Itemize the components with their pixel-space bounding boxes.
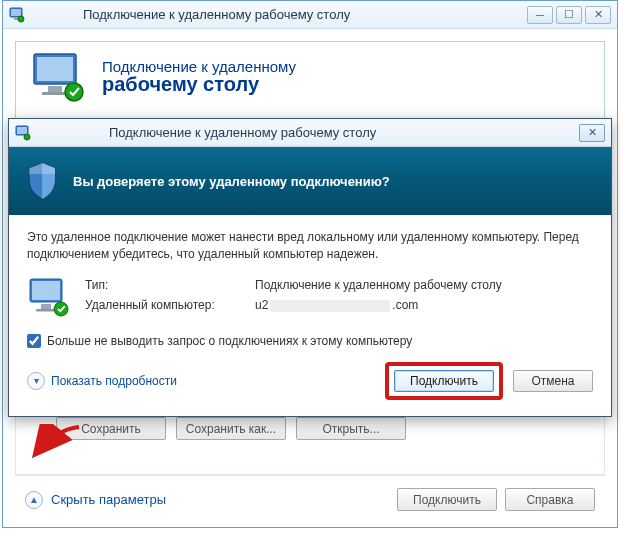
rdp-icon	[9, 7, 25, 23]
type-label: Тип:	[85, 278, 255, 292]
svg-rect-15	[36, 309, 56, 312]
settings-lower-panel: Сохранить Сохранить как... Открыть...	[15, 409, 605, 475]
close-button[interactable]: ✕	[585, 6, 611, 24]
svg-rect-13	[32, 281, 60, 300]
save-button[interactable]: Сохранить	[56, 417, 166, 440]
show-details-link[interactable]: ▾ Показать подробности	[27, 372, 177, 390]
svg-rect-14	[41, 304, 51, 309]
chevron-down-icon: ▾	[27, 372, 45, 390]
dont-ask-checkbox[interactable]	[27, 334, 41, 348]
dialog-title: Подключение к удаленному рабочему столу	[39, 125, 571, 140]
svg-point-8	[65, 83, 83, 101]
svg-point-16	[54, 302, 68, 316]
window-title: Подключение к удаленному рабочему столу	[33, 7, 519, 22]
rdp-logo-icon	[30, 52, 86, 102]
dialog-question: Вы доверяете этому удаленному подключени…	[73, 174, 390, 189]
svg-rect-6	[48, 86, 62, 92]
redacted-hostname	[270, 300, 390, 312]
svg-point-3	[18, 16, 24, 22]
open-button[interactable]: Открыть...	[296, 417, 406, 440]
type-value: Подключение к удаленному рабочему столу	[255, 278, 502, 292]
annotation-highlight: Подключить	[385, 362, 503, 400]
cancel-button[interactable]: Отмена	[513, 370, 593, 392]
minimize-button[interactable]: ─	[527, 6, 553, 24]
footer: ▲ Скрыть параметры Подключить Справка	[15, 475, 605, 517]
svg-point-11	[24, 134, 30, 140]
connect-button[interactable]: Подключить	[394, 370, 494, 392]
svg-rect-7	[42, 92, 68, 95]
remote-value: u2.com	[255, 298, 502, 312]
dialog-warning-text: Это удаленное подключение может нанести …	[27, 229, 593, 264]
dialog-titlebar: Подключение к удаленному рабочему столу …	[9, 119, 611, 147]
collapse-icon[interactable]: ▲	[25, 491, 43, 509]
svg-rect-1	[11, 9, 21, 16]
dont-ask-label: Больше не выводить запрос о подключениях…	[47, 334, 412, 348]
svg-rect-10	[17, 127, 27, 134]
rdp-icon	[15, 125, 31, 141]
banner: Подключение к удаленному рабочему столу	[15, 41, 605, 119]
save-as-button[interactable]: Сохранить как...	[176, 417, 286, 440]
footer-connect-button[interactable]: Подключить	[397, 488, 497, 511]
trust-dialog: Подключение к удаленному рабочему столу …	[8, 118, 612, 417]
dialog-close-button[interactable]: ✕	[579, 124, 605, 142]
svg-rect-5	[37, 57, 73, 81]
hide-params-link[interactable]: Скрыть параметры	[51, 492, 166, 507]
maximize-button[interactable]: ☐	[556, 6, 582, 24]
window-titlebar: Подключение к удаленному рабочему столу …	[3, 1, 617, 29]
svg-rect-2	[14, 18, 18, 20]
rdp-icon	[27, 278, 71, 318]
shield-icon	[25, 161, 59, 201]
remote-label: Удаленный компьютер:	[85, 298, 255, 312]
dialog-header: Вы доверяете этому удаленному подключени…	[9, 147, 611, 215]
banner-line2: рабочему столу	[102, 73, 296, 96]
footer-help-button[interactable]: Справка	[505, 488, 595, 511]
